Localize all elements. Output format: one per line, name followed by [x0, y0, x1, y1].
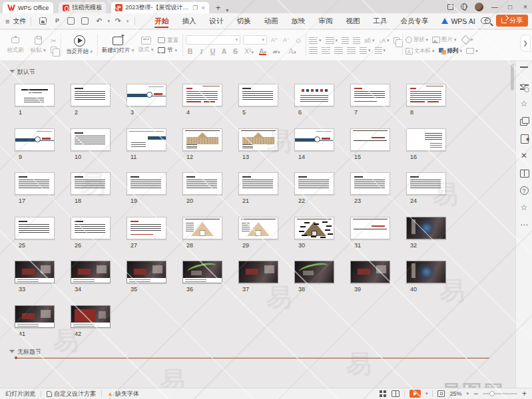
cut-button[interactable]: ✂ [51, 37, 57, 45]
slide-thumbnail[interactable] [294, 217, 334, 239]
format-painter-button[interactable]: 格式刷 [4, 32, 27, 59]
align-left-button[interactable] [309, 47, 318, 54]
slide-thumbnail[interactable] [294, 84, 334, 106]
slide-thumbnail[interactable] [350, 217, 390, 239]
ribbon-tab-插入[interactable]: 插入 [175, 13, 202, 29]
strikethrough-button[interactable]: S [231, 47, 240, 55]
print-preview-button[interactable] [81, 17, 89, 25]
ribbon-tab-切换[interactable]: 切换 [230, 13, 257, 29]
help-icon[interactable]: ? [520, 186, 529, 195]
section-button[interactable]: 节 ▾ [158, 47, 178, 55]
save-button[interactable] [39, 17, 47, 25]
slide-thumbnail[interactable] [127, 172, 166, 195]
play-options-dropdown-icon[interactable]: ▾ [425, 391, 428, 396]
slide-thumbnail[interactable] [294, 128, 334, 151]
paragraph-settings-button[interactable]: ▾ [375, 47, 386, 54]
print-button[interactable] [67, 17, 75, 25]
increase-indent-button[interactable] [353, 37, 360, 44]
slide-thumbnail[interactable] [71, 217, 111, 239]
slide-thumbnail[interactable] [350, 84, 390, 106]
zoom-dropdown-icon[interactable]: ▾ [466, 391, 469, 396]
tab-list-dropdown-icon[interactable]: ▾ [226, 7, 228, 13]
underline-button[interactable]: U [208, 47, 217, 55]
file-menu-button[interactable]: 文件 [13, 17, 26, 26]
numbered-list-button[interactable]: ▾ [326, 37, 338, 44]
close-button[interactable]: × [521, 3, 529, 11]
smart-doc-icon[interactable] [520, 134, 529, 143]
slide-thumbnail[interactable] [238, 261, 278, 283]
zoom-level[interactable]: 25% [449, 390, 461, 397]
design-scheme-button[interactable]: 自定义设计方案 [41, 390, 101, 398]
slide-size-button[interactable]: ▾ [466, 48, 478, 54]
slide-thumbnail[interactable] [15, 84, 55, 106]
slide-thumbnail[interactable] [71, 84, 111, 106]
tab-presentation[interactable]: P 2023整理-【展馆设计】地区展馆 ❐ × [111, 2, 208, 13]
copy-button[interactable] [51, 47, 57, 53]
shapes-button[interactable]: 形状▾ [405, 36, 429, 44]
text-direction-button[interactable]: ↓A▾ [379, 37, 390, 44]
convert-smartart-button[interactable] [394, 37, 399, 44]
decrease-indent-button[interactable] [342, 37, 349, 44]
slide-sorter-view-button[interactable] [380, 390, 387, 397]
align-right-button[interactable] [334, 47, 343, 54]
wps-ai-button[interactable]: WPS AI [441, 17, 475, 25]
arrange-button[interactable]: 排列▾ [439, 47, 463, 55]
fit-to-window-button[interactable] [437, 390, 445, 397]
slide-thumbnail[interactable] [238, 217, 278, 239]
bold-button[interactable]: B [186, 47, 194, 55]
font-size-select[interactable]: ▾ [243, 35, 267, 45]
app-menu-button[interactable]: WPS Office [3, 2, 53, 13]
slide-thumbnail[interactable] [294, 261, 334, 283]
slide-thumbnail[interactable] [15, 172, 55, 195]
slide-thumbnail[interactable] [406, 261, 446, 283]
slide-thumbnail[interactable] [350, 172, 390, 195]
picture-button[interactable]: 图片▾ [432, 36, 457, 44]
slide-thumbnail[interactable] [406, 84, 446, 106]
slideshow-play-button[interactable] [409, 390, 421, 398]
slide-sorter-canvas[interactable]: 默认节 123456789101112131415161718192021222… [0, 61, 515, 388]
slide-thumbnail[interactable] [15, 305, 55, 328]
textbox-button[interactable]: A文本框▾ [405, 47, 435, 55]
new-tab-button[interactable]: + [216, 2, 221, 13]
slide-thumbnail[interactable] [238, 128, 278, 151]
more-icon[interactable]: ⋯ [520, 221, 529, 229]
slide-thumbnail[interactable] [294, 172, 334, 195]
ribbon-tab-开始[interactable]: 开始 [148, 13, 175, 29]
line-spacing-button[interactable]: ▾ [360, 47, 371, 54]
cloud-sync-icon[interactable] [481, 17, 491, 24]
export-pdf-button[interactable]: P [53, 17, 61, 25]
section-collapse-icon[interactable] [9, 350, 15, 353]
font-color-button[interactable]: A▾ [258, 47, 267, 55]
slide-thumbnail[interactable] [127, 217, 166, 239]
slide-thumbnail[interactable] [127, 261, 166, 283]
slide-thumbnail[interactable] [182, 128, 222, 151]
slide-thumbnail[interactable] [15, 261, 55, 283]
slide-thumbnail[interactable] [182, 217, 222, 239]
reset-button[interactable]: 重置 [158, 37, 178, 45]
slide-thumbnail[interactable] [406, 217, 446, 239]
ribbon-tab-审阅[interactable]: 审阅 [312, 13, 339, 29]
ribbon-tab-会员专享[interactable]: 会员专享 [394, 13, 435, 29]
ribbon-tab-动画[interactable]: 动画 [257, 13, 284, 29]
text-effects-button[interactable]: 𝔸▾ [286, 47, 299, 55]
char-spacing-button[interactable]: A [220, 47, 228, 55]
ribbon-expand-button[interactable]: ❯ [520, 35, 531, 52]
justify-button[interactable] [347, 47, 356, 54]
slide-thumbnail[interactable] [182, 172, 222, 195]
minimize-button[interactable]: — [491, 3, 499, 11]
decrease-font-button[interactable]: A⁻ [282, 36, 291, 45]
ribbon-tab-工具[interactable]: 工具 [366, 13, 394, 29]
workspace-layout-icon[interactable] [447, 4, 453, 10]
bullet-list-button[interactable]: ▾ [309, 37, 322, 44]
slide-thumbnail[interactable] [182, 84, 222, 106]
new-slide-button[interactable]: 新建幻灯片 ▾ [101, 32, 135, 59]
paste-button[interactable]: 粘贴 ▾ [27, 32, 49, 59]
slide-thumbnail[interactable] [350, 128, 390, 151]
missing-fonts-button[interactable]: ▲ 缺失字体 [102, 390, 144, 398]
ribbon-tab-设计[interactable]: 设计 [202, 13, 230, 29]
italic-button[interactable]: I [197, 48, 206, 55]
slide-thumbnail[interactable] [71, 305, 111, 328]
user-avatar[interactable] [475, 3, 483, 11]
section-header-untitled[interactable]: 无标题节 [9, 348, 41, 356]
properties-sliders-icon[interactable] [520, 82, 529, 91]
